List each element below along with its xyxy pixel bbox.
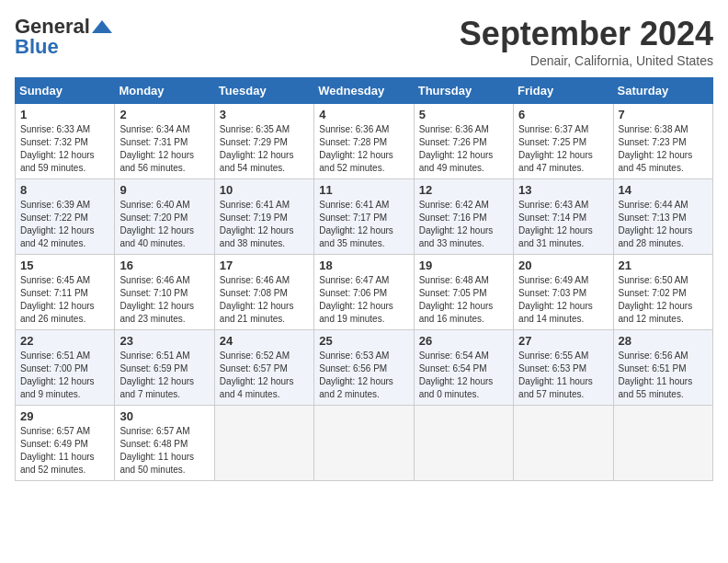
calendar-cell: 11Sunrise: 6:41 AMSunset: 7:17 PMDayligh…	[314, 179, 414, 255]
calendar-cell: 22Sunrise: 6:51 AMSunset: 7:00 PMDayligh…	[16, 330, 115, 406]
day-number: 22	[20, 334, 109, 348]
day-number: 28	[619, 334, 708, 348]
column-header-tuesday: Tuesday	[214, 78, 313, 104]
day-number: 12	[419, 183, 508, 197]
cell-content: Sunrise: 6:51 AMSunset: 6:59 PMDaylight:…	[119, 350, 209, 401]
cell-content: Sunrise: 6:54 AMSunset: 6:54 PMDaylight:…	[419, 350, 508, 401]
calendar-cell: 5Sunrise: 6:36 AMSunset: 7:26 PMDaylight…	[414, 104, 513, 179]
location: Denair, California, United States	[460, 53, 713, 68]
calendar-cell	[514, 406, 613, 481]
calendar-cell: 3Sunrise: 6:35 AMSunset: 7:29 PMDaylight…	[214, 104, 313, 179]
calendar-week-3: 15Sunrise: 6:45 AMSunset: 7:11 PMDayligh…	[16, 255, 713, 330]
calendar-cell: 2Sunrise: 6:34 AMSunset: 7:31 PMDaylight…	[115, 104, 214, 179]
cell-content: Sunrise: 6:41 AMSunset: 7:17 PMDaylight:…	[319, 199, 408, 250]
cell-content: Sunrise: 6:33 AMSunset: 7:32 PMDaylight:…	[20, 123, 109, 175]
calendar-cell: 12Sunrise: 6:42 AMSunset: 7:16 PMDayligh…	[414, 179, 513, 255]
cell-content: Sunrise: 6:36 AMSunset: 7:26 PMDaylight:…	[419, 123, 508, 175]
calendar-cell: 1Sunrise: 6:33 AMSunset: 7:32 PMDaylight…	[16, 104, 115, 179]
day-number: 5	[419, 108, 508, 121]
cell-content: Sunrise: 6:57 AMSunset: 6:48 PMDaylight:…	[119, 425, 209, 477]
calendar-cell	[214, 406, 313, 481]
calendar-cell	[314, 406, 414, 481]
day-number: 23	[119, 334, 209, 348]
day-number: 4	[319, 108, 408, 121]
cell-content: Sunrise: 6:55 AMSunset: 6:53 PMDaylight:…	[518, 350, 608, 401]
calendar-cell: 4Sunrise: 6:36 AMSunset: 7:28 PMDaylight…	[314, 104, 414, 179]
day-number: 1	[20, 108, 109, 121]
day-number: 11	[319, 183, 408, 197]
calendar-cell: 14Sunrise: 6:44 AMSunset: 7:13 PMDayligh…	[613, 179, 712, 255]
calendar-cell: 20Sunrise: 6:49 AMSunset: 7:03 PMDayligh…	[514, 255, 613, 330]
calendar-cell: 19Sunrise: 6:48 AMSunset: 7:05 PMDayligh…	[414, 255, 513, 330]
calendar-cell: 16Sunrise: 6:46 AMSunset: 7:10 PMDayligh…	[115, 255, 214, 330]
day-number: 9	[119, 183, 209, 197]
cell-content: Sunrise: 6:40 AMSunset: 7:20 PMDaylight:…	[119, 199, 209, 250]
calendar-cell: 24Sunrise: 6:52 AMSunset: 6:57 PMDayligh…	[214, 330, 313, 406]
day-number: 2	[119, 108, 209, 121]
calendar-cell: 9Sunrise: 6:40 AMSunset: 7:20 PMDaylight…	[115, 179, 214, 255]
day-number: 18	[319, 259, 408, 272]
cell-content: Sunrise: 6:51 AMSunset: 7:00 PMDaylight:…	[20, 350, 109, 401]
cell-content: Sunrise: 6:56 AMSunset: 6:51 PMDaylight:…	[619, 350, 708, 401]
column-header-monday: Monday	[115, 78, 214, 104]
cell-content: Sunrise: 6:38 AMSunset: 7:23 PMDaylight:…	[619, 123, 708, 175]
column-header-wednesday: Wednesday	[314, 78, 414, 104]
calendar-cell: 29Sunrise: 6:57 AMSunset: 6:49 PMDayligh…	[16, 406, 115, 481]
day-number: 15	[20, 259, 109, 272]
calendar-week-2: 8Sunrise: 6:39 AMSunset: 7:22 PMDaylight…	[16, 179, 713, 255]
column-header-saturday: Saturday	[613, 78, 712, 104]
cell-content: Sunrise: 6:42 AMSunset: 7:16 PMDaylight:…	[419, 199, 508, 250]
day-number: 14	[619, 183, 708, 197]
cell-content: Sunrise: 6:45 AMSunset: 7:11 PMDaylight:…	[20, 274, 109, 326]
cell-content: Sunrise: 6:48 AMSunset: 7:05 PMDaylight:…	[419, 274, 508, 326]
calendar-cell: 7Sunrise: 6:38 AMSunset: 7:23 PMDaylight…	[613, 104, 712, 179]
cell-content: Sunrise: 6:41 AMSunset: 7:19 PMDaylight:…	[220, 199, 309, 250]
day-number: 8	[20, 183, 109, 197]
day-number: 27	[518, 334, 608, 348]
logo-text-blue: Blue	[15, 35, 59, 59]
calendar-cell: 6Sunrise: 6:37 AMSunset: 7:25 PMDaylight…	[514, 104, 613, 179]
cell-content: Sunrise: 6:49 AMSunset: 7:03 PMDaylight:…	[518, 274, 608, 326]
calendar-cell: 8Sunrise: 6:39 AMSunset: 7:22 PMDaylight…	[16, 179, 115, 255]
cell-content: Sunrise: 6:37 AMSunset: 7:25 PMDaylight:…	[518, 123, 608, 175]
logo-icon	[92, 20, 112, 33]
calendar-cell	[414, 406, 513, 481]
column-header-sunday: Sunday	[16, 78, 115, 104]
calendar-cell: 10Sunrise: 6:41 AMSunset: 7:19 PMDayligh…	[214, 179, 313, 255]
day-number: 21	[619, 259, 708, 272]
column-header-friday: Friday	[514, 78, 613, 104]
calendar-cell: 23Sunrise: 6:51 AMSunset: 6:59 PMDayligh…	[115, 330, 214, 406]
calendar-cell: 17Sunrise: 6:46 AMSunset: 7:08 PMDayligh…	[214, 255, 313, 330]
calendar-cell: 28Sunrise: 6:56 AMSunset: 6:51 PMDayligh…	[613, 330, 712, 406]
calendar-cell: 30Sunrise: 6:57 AMSunset: 6:48 PMDayligh…	[115, 406, 214, 481]
day-number: 30	[119, 409, 209, 423]
cell-content: Sunrise: 6:43 AMSunset: 7:14 PMDaylight:…	[518, 199, 608, 250]
day-number: 24	[220, 334, 309, 348]
day-number: 29	[20, 409, 109, 423]
calendar-week-5: 29Sunrise: 6:57 AMSunset: 6:49 PMDayligh…	[16, 406, 713, 481]
svg-marker-0	[92, 20, 112, 33]
day-number: 26	[419, 334, 508, 348]
cell-content: Sunrise: 6:57 AMSunset: 6:49 PMDaylight:…	[20, 425, 109, 477]
cell-content: Sunrise: 6:52 AMSunset: 6:57 PMDaylight:…	[220, 350, 309, 401]
calendar-cell: 18Sunrise: 6:47 AMSunset: 7:06 PMDayligh…	[314, 255, 414, 330]
day-number: 3	[220, 108, 309, 121]
day-number: 16	[119, 259, 209, 272]
calendar-week-4: 22Sunrise: 6:51 AMSunset: 7:00 PMDayligh…	[16, 330, 713, 406]
cell-content: Sunrise: 6:44 AMSunset: 7:13 PMDaylight:…	[619, 199, 708, 250]
day-number: 6	[518, 108, 608, 121]
calendar-table: SundayMondayTuesdayWednesdayThursdayFrid…	[15, 77, 713, 481]
page-header: General Blue September 2024 Denair, Cali…	[15, 15, 713, 68]
day-number: 19	[419, 259, 508, 272]
cell-content: Sunrise: 6:36 AMSunset: 7:28 PMDaylight:…	[319, 123, 408, 175]
cell-content: Sunrise: 6:53 AMSunset: 6:56 PMDaylight:…	[319, 350, 408, 401]
day-number: 13	[518, 183, 608, 197]
cell-content: Sunrise: 6:35 AMSunset: 7:29 PMDaylight:…	[220, 123, 309, 175]
day-number: 7	[619, 108, 708, 121]
calendar-cell	[613, 406, 712, 481]
calendar-week-1: 1Sunrise: 6:33 AMSunset: 7:32 PMDaylight…	[16, 104, 713, 179]
day-number: 20	[518, 259, 608, 272]
day-number: 10	[220, 183, 309, 197]
calendar-header-row: SundayMondayTuesdayWednesdayThursdayFrid…	[16, 78, 713, 104]
calendar-cell: 21Sunrise: 6:50 AMSunset: 7:02 PMDayligh…	[613, 255, 712, 330]
